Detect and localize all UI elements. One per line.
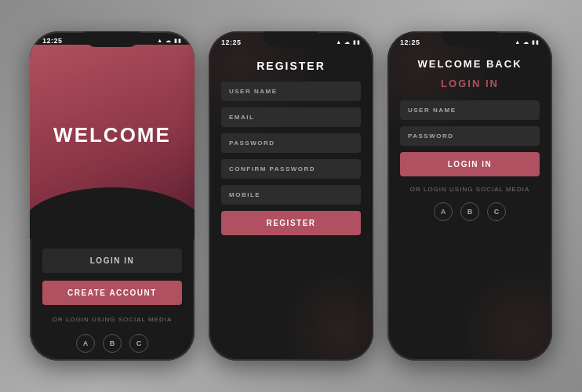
status-icons-2: ▲ ☁ ▮▮ [336, 39, 361, 45]
phone-register: 12:25 ▲ ☁ ▮▮ REGISTER USER NAME EMAIL PA… [209, 31, 373, 361]
welcome-title: WELCOME [53, 123, 171, 147]
login-in-subtitle: LOGIN IN [400, 78, 540, 89]
confirm-password-field[interactable]: CONFIRM PASSWORD [221, 159, 361, 179]
status-bar-1: 12:25 ▲ ☁ ▮▮ [30, 31, 195, 45]
social-b-button[interactable]: B [103, 334, 122, 353]
phone1-actions: LOGIN IN CREATE ACCOUNT OR LOGIN USING S… [30, 225, 195, 361]
register-button[interactable]: REGISTER [221, 211, 361, 235]
social-icons-row-3: A B C [400, 202, 540, 221]
login-button[interactable]: LOGIN IN [42, 249, 182, 273]
social-a-button[interactable]: A [76, 334, 95, 353]
status-bar-2: 12:25 ▲ ☁ ▮▮ [209, 31, 373, 49]
password-field[interactable]: PASSWORD [221, 133, 361, 153]
phone3-content: WELCOME BACK LOGIN IN USER NAME PASSWORD… [387, 49, 552, 361]
login-button-3[interactable]: LOGIN IN [400, 152, 540, 176]
social-a-button-3[interactable]: A [434, 202, 453, 221]
username-field[interactable]: USER NAME [221, 82, 361, 101]
phone2-inner: 12:25 ▲ ☁ ▮▮ REGISTER USER NAME EMAIL PA… [209, 31, 373, 361]
status-bar-3: 12:25 ▲ ☁ ▮▮ [387, 31, 552, 49]
email-field[interactable]: EMAIL [221, 107, 361, 127]
phone3-inner: 12:25 ▲ ☁ ▮▮ WELCOME BACK LOGIN IN USER … [387, 31, 552, 361]
social-media-text: OR LOGIN USING SOCIAL MEDIA [53, 316, 173, 323]
status-time-2: 12:25 [221, 38, 242, 46]
phone-welcome: 12:25 ▲ ☁ ▮▮ WELCOME LOGIN IN CREATE ACC… [30, 31, 195, 361]
hero-wave [30, 187, 195, 227]
hero-section: WELCOME [30, 45, 195, 225]
create-account-button[interactable]: CREATE ACCOUNT [42, 281, 182, 305]
status-time-3: 12:25 [400, 38, 420, 46]
social-b-button-3[interactable]: B [460, 202, 479, 221]
status-time-1: 12:25 [42, 37, 63, 45]
social-media-text-3: OR LOGIN USING SOCIAL MEDIA [400, 186, 540, 193]
status-icons-3: ▲ ☁ ▮▮ [515, 39, 540, 45]
register-title: REGISTER [221, 60, 361, 72]
social-c-button-3[interactable]: C [487, 202, 506, 221]
mobile-field[interactable]: MOBILE [221, 185, 361, 205]
welcome-back-title: WELCOME BACK [400, 58, 540, 70]
username-field-3[interactable]: USER NAME [400, 100, 540, 120]
social-c-button[interactable]: C [129, 334, 148, 353]
phone-login: 12:25 ▲ ☁ ▮▮ WELCOME BACK LOGIN IN USER … [387, 31, 552, 361]
status-icons-1: ▲ ☁ ▮▮ [157, 38, 182, 44]
social-icons-row: A B C [76, 334, 148, 353]
password-field-3[interactable]: PASSWORD [400, 126, 540, 146]
phone2-content: REGISTER USER NAME EMAIL PASSWORD CONFIR… [209, 49, 373, 361]
